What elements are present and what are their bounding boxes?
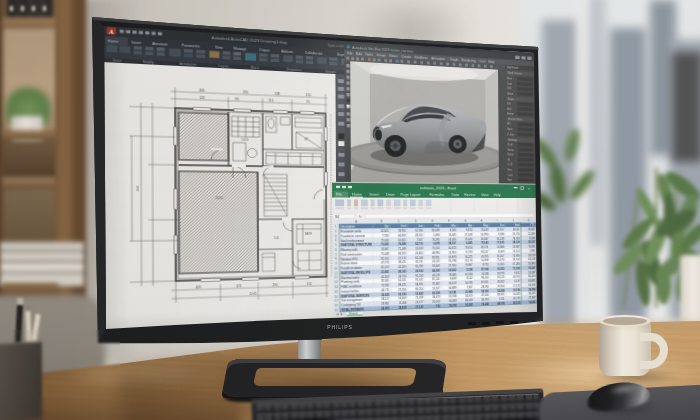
- svg-text:2: 2: [335, 230, 337, 233]
- svg-text:70,419: 70,419: [481, 228, 489, 231]
- svg-text:20,100: 20,100: [415, 269, 423, 272]
- svg-text:Bump: Bump: [507, 112, 514, 115]
- svg-text:71,048: 71,048: [398, 247, 406, 250]
- svg-text:Graph: Graph: [450, 57, 459, 62]
- svg-text:50,045: 50,045: [513, 293, 520, 296]
- svg-text:Qual: Qual: [507, 143, 512, 146]
- svg-text:File: File: [336, 192, 343, 196]
- svg-text:I: I: [497, 220, 498, 223]
- svg-text:96,014: 96,014: [481, 276, 489, 279]
- svg-text:89,471: 89,471: [398, 283, 406, 287]
- svg-text:Cam: Cam: [508, 173, 513, 176]
- svg-text:95,789: 95,789: [415, 265, 423, 268]
- svg-text:28,320: 28,320: [415, 234, 423, 237]
- svg-text:Tools: Tools: [365, 52, 373, 57]
- svg-text:47,573: 47,573: [381, 261, 389, 265]
- svg-text:12: 12: [334, 276, 337, 279]
- svg-text:Views: Views: [389, 53, 398, 58]
- svg-text:Facade insulation: Facade insulation: [341, 266, 362, 270]
- svg-text:69,018: 69,018: [528, 258, 535, 261]
- svg-text:55,452: 55,452: [449, 269, 457, 272]
- svg-text:H: H: [480, 220, 482, 223]
- svg-text:87,764: 87,764: [481, 268, 489, 271]
- svg-text:9,674: 9,674: [466, 229, 472, 232]
- svg-text:45,200: 45,200: [398, 265, 406, 269]
- svg-text:Env: Env: [508, 168, 512, 171]
- svg-text:Noise: Noise: [507, 153, 513, 156]
- svg-text:View: View: [215, 45, 223, 50]
- svg-text:91,798: 91,798: [449, 260, 457, 263]
- svg-text:8,699: 8,699: [450, 277, 456, 280]
- svg-text:21,985: 21,985: [465, 290, 473, 293]
- svg-text:80,254: 80,254: [415, 287, 423, 291]
- svg-text:42,625: 42,625: [381, 229, 389, 232]
- svg-text:32,635: 32,635: [381, 293, 389, 297]
- svg-text:Total: Total: [514, 224, 519, 227]
- svg-text:72,298: 72,298: [416, 296, 424, 300]
- svg-text:Maps: Maps: [508, 97, 514, 100]
- svg-text:Qty: Qty: [384, 225, 389, 228]
- svg-text:38,139: 38,139: [513, 241, 520, 244]
- svg-text:Interior finishes: Interior finishes: [341, 290, 359, 294]
- svg-text:41,355: 41,355: [481, 255, 489, 258]
- svg-text:83,923: 83,923: [398, 252, 406, 255]
- svg-text:9.45: 9.45: [274, 237, 280, 241]
- svg-text:6: 6: [335, 248, 337, 251]
- svg-text:89,665: 89,665: [497, 293, 504, 296]
- svg-text:12,517: 12,517: [497, 228, 504, 231]
- svg-text:A: A: [108, 28, 114, 35]
- svg-text:BATH: BATH: [305, 232, 312, 236]
- svg-text:19,087: 19,087: [381, 248, 389, 251]
- svg-text:12,447: 12,447: [528, 271, 535, 274]
- svg-text:HVAC installation: HVAC installation: [341, 285, 362, 289]
- svg-text:82,418: 82,418: [497, 237, 504, 240]
- svg-text:11,056: 11,056: [399, 302, 407, 306]
- svg-text:74,152: 74,152: [513, 250, 520, 253]
- svg-text:Draw: Draw: [386, 193, 395, 197]
- svg-text:45,662: 45,662: [497, 280, 504, 283]
- svg-text:15: 15: [335, 290, 338, 294]
- svg-text:27,175: 27,175: [398, 256, 406, 259]
- svg-text:1,761: 1,761: [499, 298, 505, 301]
- svg-text:75,048: 75,048: [381, 252, 389, 255]
- svg-text:Manage: Manage: [233, 46, 246, 51]
- svg-text:17: 17: [335, 299, 338, 303]
- svg-text:7: 7: [335, 253, 337, 256]
- svg-text:LOD: LOD: [507, 163, 513, 166]
- svg-text:74,411: 74,411: [529, 301, 536, 304]
- svg-text:Rendering: Rendering: [462, 58, 476, 63]
- svg-text:51,930: 51,930: [415, 229, 423, 232]
- svg-text:Windows PVC: Windows PVC: [341, 257, 359, 261]
- svg-text:1: 1: [335, 225, 337, 228]
- svg-text:Help: Help: [488, 59, 495, 63]
- svg-text:Description: Description: [341, 225, 355, 228]
- svg-text:Group: Group: [377, 52, 387, 57]
- svg-text:Z-Dep: Z-Dep: [507, 133, 514, 136]
- svg-text:9,336: 9,336: [498, 233, 504, 236]
- svg-text:Review: Review: [464, 193, 476, 197]
- svg-text:65,075: 65,075: [381, 266, 389, 270]
- svg-text:91,542: 91,542: [415, 278, 423, 282]
- svg-text:92,125: 92,125: [497, 276, 504, 279]
- svg-text:May: May: [483, 224, 488, 227]
- svg-text:13: 13: [335, 281, 338, 284]
- svg-text:66,690: 66,690: [398, 234, 406, 237]
- svg-text:36,673: 36,673: [432, 296, 440, 300]
- svg-text:Steel reinforcement: Steel reinforcement: [341, 239, 364, 243]
- svg-text:51,422: 51,422: [415, 292, 423, 296]
- svg-text:86,493: 86,493: [465, 299, 473, 303]
- svg-text:55,092: 55,092: [465, 303, 473, 307]
- svg-text:95: 95: [307, 100, 310, 104]
- svg-text:Unit: Unit: [401, 225, 406, 228]
- svg-text:59,579: 59,579: [528, 254, 535, 257]
- svg-text:37,920: 37,920: [449, 264, 457, 267]
- svg-text:Apr: Apr: [468, 224, 473, 227]
- svg-text:Foundation concrete: Foundation concrete: [341, 234, 365, 238]
- svg-text:77,397: 77,397: [529, 296, 536, 299]
- svg-text:72,406: 72,406: [381, 239, 389, 242]
- svg-text:8,132: 8,132: [466, 277, 472, 280]
- svg-text:40,760: 40,760: [513, 276, 520, 279]
- svg-text:74,295: 74,295: [432, 238, 440, 241]
- svg-text:Exp: Exp: [508, 179, 512, 182]
- svg-text:11,445: 11,445: [449, 233, 457, 236]
